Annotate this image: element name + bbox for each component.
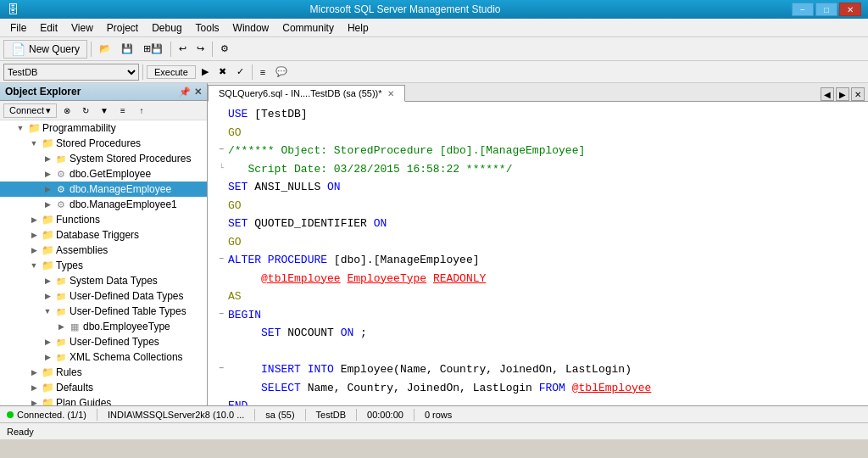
- menu-view[interactable]: View: [64, 20, 100, 36]
- tree-item-employee-type[interactable]: ▶ ▦ dbo.EmployeeType: [0, 319, 207, 334]
- parse-button[interactable]: ✓: [232, 63, 248, 81]
- messages-button[interactable]: 💬: [271, 63, 292, 81]
- save-all-button[interactable]: ⊞💾: [139, 40, 167, 59]
- tree-item-get-employee[interactable]: ▶ ⚙ dbo.GetEmployee: [0, 166, 207, 182]
- connection-status: Connected. (1/1): [7, 410, 86, 420]
- undo-button[interactable]: ↩: [175, 40, 191, 59]
- oe-summary-button[interactable]: ≡: [114, 103, 131, 118]
- expand-icon[interactable]: ▶: [27, 231, 41, 239]
- tree-item-user-defined-table-types[interactable]: ▼ 📁 User-Defined Table Types: [0, 304, 207, 319]
- menu-debug[interactable]: Debug: [145, 20, 188, 36]
- code-line-14: [214, 343, 861, 361]
- expand-icon[interactable]: ▶: [41, 170, 54, 178]
- undo-icon: ↩: [179, 43, 186, 54]
- tree-item-label: Functions: [56, 214, 100, 226]
- tools-button[interactable]: ⚙: [216, 40, 233, 59]
- tree-item-system-stored-procedures[interactable]: ▶ 📁 System Stored Procedures: [0, 151, 207, 166]
- results-button[interactable]: ≡: [256, 63, 270, 81]
- tree-item-system-data-types[interactable]: ▶ 📁 System Data Types: [0, 273, 207, 288]
- menu-help[interactable]: Help: [341, 20, 376, 36]
- expand-icon[interactable]: ▶: [41, 353, 54, 361]
- folder-icon: 📁: [41, 244, 54, 256]
- minimize-button[interactable]: −: [792, 3, 814, 16]
- tab-close-all-button[interactable]: ✕: [851, 87, 865, 101]
- expand-icon[interactable]: ▶: [27, 246, 41, 254]
- tab-right-button[interactable]: ▶: [836, 87, 849, 101]
- tree-item-assemblies[interactable]: ▶ 📁 Assemblies: [0, 243, 207, 258]
- tree-item-functions[interactable]: ▶ 📁 Functions: [0, 212, 207, 227]
- code-line-8: GO: [214, 233, 861, 252]
- connection-dot: [7, 411, 14, 418]
- tree-item-manage-employee[interactable]: ▶ ⚙ dbo.ManageEmployee: [0, 182, 207, 197]
- tree-item-database-triggers[interactable]: ▶ 📁 Database Triggers: [0, 227, 207, 243]
- code-line-13: SET NOCOUNT ON ;: [214, 324, 861, 343]
- tree-item-defaults[interactable]: ▶ 📁 Defaults: [0, 380, 207, 395]
- close-button[interactable]: ✕: [839, 3, 861, 16]
- open-button[interactable]: 📂: [95, 40, 115, 59]
- code-text: [228, 327, 254, 339]
- tree-item-user-defined-data-types[interactable]: ▶ 📁 User-Defined Data Types: [0, 288, 207, 304]
- tab-close-button[interactable]: ✕: [387, 89, 394, 98]
- tree-item-user-defined-types[interactable]: ▶ 📁 User-Defined Types: [0, 334, 207, 349]
- expand-icon[interactable]: ▶: [27, 399, 41, 405]
- cancel-button[interactable]: ✖: [214, 63, 231, 81]
- toolbar-separator-1: [91, 42, 92, 57]
- oe-up-button[interactable]: ↑: [133, 103, 150, 118]
- oe-disconnect-button[interactable]: ⊗: [58, 103, 75, 118]
- expand-icon[interactable]: ▶: [27, 383, 41, 392]
- database-dropdown[interactable]: TestDB: [3, 64, 139, 81]
- editor-tab-query6[interactable]: SQLQuery6.sql - IN....TestDB (sa (55))* …: [208, 85, 405, 102]
- expand-icon[interactable]: ▶: [41, 185, 54, 193]
- tree-item-manage-employee1[interactable]: ▶ ⚙ dbo.ManageEmployee1: [0, 197, 207, 212]
- tree-item-plan-guides[interactable]: ▶ 📁 Plan Guides: [0, 395, 207, 405]
- rows-info: 0 rows: [425, 410, 452, 420]
- expand-icon[interactable]: ▼: [14, 124, 27, 132]
- execute-button[interactable]: Execute: [147, 65, 196, 79]
- menu-window[interactable]: Window: [226, 20, 276, 36]
- tree-item-label: Types: [56, 260, 83, 271]
- code-line-9: − ALTER PROCEDURE [dbo].[ManageEmployee]: [214, 251, 861, 270]
- window-controls: − □ ✕: [792, 3, 861, 16]
- tab-left-button[interactable]: ◀: [821, 87, 834, 101]
- tree-item-types[interactable]: ▼ 📁 Types: [0, 258, 207, 273]
- debug-button[interactable]: ▶: [198, 63, 213, 81]
- expand-icon[interactable]: ▶: [41, 276, 54, 285]
- expand-icon[interactable]: ▶: [54, 322, 68, 331]
- expand-icon[interactable]: ▼: [27, 261, 41, 270]
- tree-item-programmability[interactable]: ▼ 📁 Programmability: [0, 120, 207, 136]
- redo-button[interactable]: ↪: [192, 40, 209, 59]
- code-editor[interactable]: USE [TestDB] GO − /****** Object: Stored…: [208, 102, 868, 405]
- menu-tools[interactable]: Tools: [189, 20, 226, 36]
- expand-icon[interactable]: ▶: [27, 368, 41, 377]
- menu-project[interactable]: Project: [100, 20, 145, 36]
- menu-community[interactable]: Community: [275, 20, 341, 36]
- app-icon: 🗄: [7, 3, 19, 16]
- param-name: @tblEmployee: [261, 272, 341, 285]
- expand-icon[interactable]: ▶: [41, 292, 54, 300]
- oe-pin-button[interactable]: 📌: [179, 87, 191, 98]
- tree-item-rules[interactable]: ▶ 📁 Rules: [0, 365, 207, 380]
- oe-filter-button[interactable]: ▼: [96, 103, 113, 118]
- expand-icon[interactable]: ▶: [41, 200, 54, 209]
- oe-refresh-button[interactable]: ↻: [77, 103, 94, 118]
- oe-close-button[interactable]: ✕: [194, 87, 202, 98]
- expand-icon[interactable]: ▶: [41, 154, 54, 163]
- tree-item-xml-schema[interactable]: ▶ 📁 XML Schema Collections: [0, 349, 207, 365]
- expand-icon[interactable]: ▶: [27, 215, 41, 224]
- code-line-1: USE [TestDB]: [214, 105, 861, 124]
- expand-icon[interactable]: ▶: [41, 338, 54, 346]
- expand-icon[interactable]: ▼: [41, 307, 54, 316]
- folder-icon: 📁: [41, 397, 54, 405]
- new-query-button[interactable]: 📄 New Query: [3, 40, 87, 59]
- code-line-4: └ Script Date: 03/28/2015 16:58:22 *****…: [214, 160, 861, 179]
- oe-tree: ▼ 📁 Programmability ▼ 📁 Stored Procedure…: [0, 120, 207, 405]
- tree-item-stored-procedures[interactable]: ▼ 📁 Stored Procedures: [0, 136, 207, 151]
- save-button[interactable]: 💾: [117, 40, 137, 59]
- server-info: INDIA\MSSQLServer2k8 (10.0 ...: [108, 410, 244, 420]
- menu-file[interactable]: File: [3, 20, 33, 36]
- restore-button[interactable]: □: [815, 3, 837, 16]
- menu-edit[interactable]: Edit: [33, 20, 64, 36]
- redo-icon: ↪: [197, 43, 204, 54]
- expand-icon[interactable]: ▼: [27, 139, 41, 148]
- connect-button[interactable]: Connect ▾: [3, 103, 57, 118]
